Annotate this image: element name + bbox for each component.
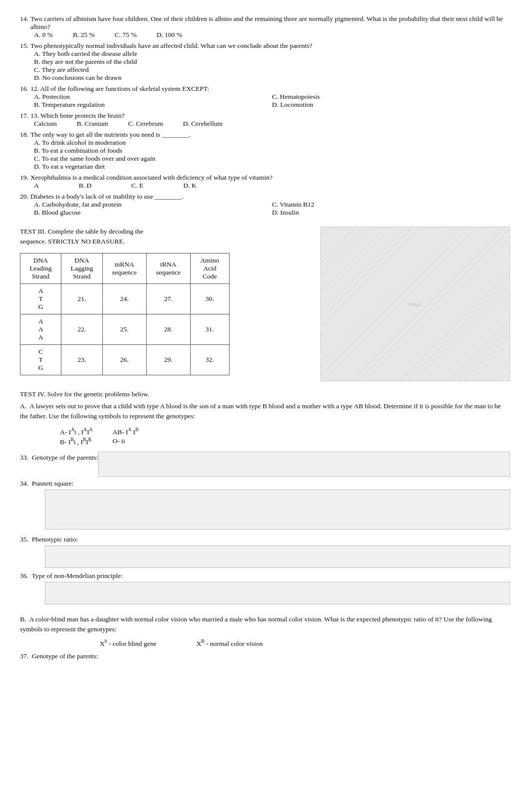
- q33-answer-box[interactable]: [98, 452, 510, 477]
- q18-choice-c: C. To eat the same foods over and over a…: [34, 155, 510, 163]
- q20-choice-b: B. Blood glucose: [34, 209, 272, 217]
- q18-text: The only way to get all the nutrients yo…: [30, 131, 191, 139]
- col-header-dna-lagging: DNALaggingStrand: [61, 253, 103, 283]
- q34-line: 34. Punnett square:: [20, 480, 510, 530]
- row1-mrna: 24.: [102, 283, 146, 314]
- q16-choice-a: A. Protection: [34, 93, 272, 101]
- question-14: 14. Two carriers of albinism have four c…: [20, 15, 510, 39]
- q17-choice-c: C. Cerebrum: [128, 120, 163, 128]
- q15-text: Two phenotypically normal individuals ha…: [30, 42, 312, 50]
- q18-choice-b: B. To eat a combination of foods: [34, 147, 510, 155]
- row2-amino: 31.: [190, 314, 229, 344]
- q18-choice-a: A. To drink alcohol in moderation: [34, 139, 510, 147]
- parta-symbols: A- IAi , IAIA B- IBi , IBIB AB- IA IB O-…: [60, 427, 139, 446]
- q19-choice-b: B. D: [79, 182, 92, 190]
- sym-colorblind: Xb - color blind gene: [100, 638, 156, 649]
- table-row-1: ATG 21. 24. 27. 30.: [20, 283, 230, 314]
- question-19: 19. Xerophthalmia is a medical condition…: [20, 174, 510, 190]
- q14-choice-a: A. 0 %: [34, 31, 53, 39]
- q19-choices: A B. D C. E D. K: [20, 182, 510, 190]
- q19-choice-c: C. E: [131, 182, 143, 190]
- q14-choices: A. 0 % B. 25 % C. 75 % D. 100 %: [20, 31, 510, 39]
- test4-header: TEST IV. Solve for the genetic problems …: [20, 390, 510, 398]
- q16-text: 12. All of the following are functions o…: [30, 85, 209, 93]
- test3-section: TEST III. Complete the table by decoding…: [20, 227, 510, 383]
- q16-choice-d: D. Locomotion: [272, 101, 510, 109]
- test3-image: image: [320, 227, 510, 381]
- q19-choice-a: A: [34, 182, 39, 190]
- q19-num: 19.: [20, 174, 28, 182]
- q15-choices: A. They both carried the disease allele …: [20, 50, 510, 82]
- q35-answer-box[interactable]: [45, 545, 510, 568]
- q37-line: 37. Genotype of the parents:: [20, 651, 510, 661]
- q15-num: 15.: [20, 42, 28, 50]
- q14-num: 14.: [20, 15, 28, 31]
- q14-choice-b: B. 25 %: [73, 31, 95, 39]
- sym-ab: AB- IA IB: [112, 427, 138, 436]
- q34-answer-box[interactable]: [45, 490, 510, 530]
- col-header-mrna: mRNAsequence: [102, 253, 146, 283]
- row3-trna: 29.: [146, 344, 190, 375]
- q33-line: 33. Genotype of the parents:: [20, 452, 510, 477]
- q17-choice-a: Calcium: [34, 120, 57, 128]
- q35-label: 35. Phenotypic ratio:: [20, 536, 510, 543]
- q17-choice-d: D. Cerebellum: [183, 120, 223, 128]
- partb-text: B. A color-blind man has a daughter with…: [20, 614, 510, 635]
- row2-lagging: 22.: [61, 314, 103, 344]
- question-17: 17. 13. Which bone protects the brain? C…: [20, 112, 510, 128]
- q14-choice-c: C. 75 %: [115, 31, 137, 39]
- q36-label: 36. Type of non-Mendelian principle:: [20, 572, 510, 580]
- test3-header: TEST III. Complete the table by decoding…: [20, 227, 310, 247]
- row3-lagging: 23.: [61, 344, 103, 375]
- test4-section: TEST IV. Solve for the genetic problems …: [20, 390, 510, 662]
- col-header-amino: AminoAcidCode: [190, 253, 229, 283]
- q20-choices: A. Carbohydrate, fat and protein C. Vita…: [20, 201, 510, 217]
- question-20: 20. Diabetes is a body's lack of or inab…: [20, 193, 510, 217]
- row2-trna: 28.: [146, 314, 190, 344]
- q20-choice-d: D. Insulin: [272, 209, 510, 217]
- q20-num: 20.: [20, 193, 28, 201]
- sym-normal: XB - normal color vision: [196, 638, 263, 649]
- q19-text: Xerophthalmia is a medical condition ass…: [30, 174, 272, 182]
- row3-amino: 32.: [190, 344, 229, 375]
- q15-choice-c: C. They are affected: [34, 66, 510, 74]
- row1-leading: ATG: [20, 283, 61, 314]
- q18-choice-d: D. To eat a vegetarian diet: [34, 163, 510, 171]
- q17-text: 13. Which bone protects the brain?: [30, 112, 125, 120]
- q16-choices: A. Protection C. Hematopoiesis B. Temper…: [20, 93, 510, 109]
- q34-label: 34. Punnett square:: [20, 480, 510, 488]
- parta-text: A. A lawyer sets out to prove that a chi…: [20, 401, 510, 422]
- q19-choice-d: D. K: [183, 182, 196, 190]
- sym-a: A- IAi , IAIA: [60, 427, 92, 436]
- q17-num: 17.: [20, 112, 28, 120]
- q35-line: 35. Phenotypic ratio:: [20, 536, 510, 568]
- sym-b: B- IBi , IBIB: [60, 437, 92, 446]
- q36-answer-box[interactable]: [45, 582, 510, 604]
- q14-text: Two carriers of albinism have four child…: [30, 15, 510, 31]
- q18-num: 18.: [20, 131, 28, 139]
- row1-lagging: 21.: [61, 283, 103, 314]
- row1-amino: 30.: [190, 283, 229, 314]
- q16-num: 16.: [20, 85, 28, 93]
- q15-choice-a: A. They both carried the disease allele: [34, 50, 510, 58]
- partb-section: B. A color-blind man has a daughter with…: [20, 614, 510, 662]
- q33-label: 33. Genotype of the parents:: [20, 452, 98, 462]
- q15-choice-b: B. they are not the parents of the child: [34, 58, 510, 66]
- row2-leading: AAA: [20, 314, 61, 344]
- q16-choice-c: C. Hematopoiesis: [272, 93, 510, 101]
- question-18: 18. The only way to get all the nutrient…: [20, 131, 510, 171]
- table-row-2: AAA 22. 25. 28. 31.: [20, 314, 230, 344]
- q14-choice-d: D. 100 %: [157, 31, 182, 39]
- row3-mrna: 26.: [102, 344, 146, 375]
- q17-choices: Calcium B. Cranium C. Cerebrum D. Cerebe…: [20, 120, 510, 128]
- decode-table: DNALeadingStrand DNALaggingStrand mRNAse…: [20, 253, 230, 375]
- q20-choice-a: A. Carbohydrate, fat and protein: [34, 201, 272, 209]
- q16-choice-b: B. Temperature regulation: [34, 101, 272, 109]
- q36-line: 36. Type of non-Mendelian principle:: [20, 572, 510, 604]
- question-15: 15. Two phenotypically normal individual…: [20, 42, 510, 82]
- partb-symbols: Xb - color blind gene XB - normal color …: [20, 638, 510, 649]
- sym-o: O- ii: [112, 437, 138, 445]
- col-header-dna-leading: DNALeadingStrand: [20, 253, 61, 283]
- q20-text: Diabetes is a body's lack of or inabilit…: [30, 193, 184, 201]
- q15-choice-d: D. No conclusions can be drawn: [34, 74, 510, 82]
